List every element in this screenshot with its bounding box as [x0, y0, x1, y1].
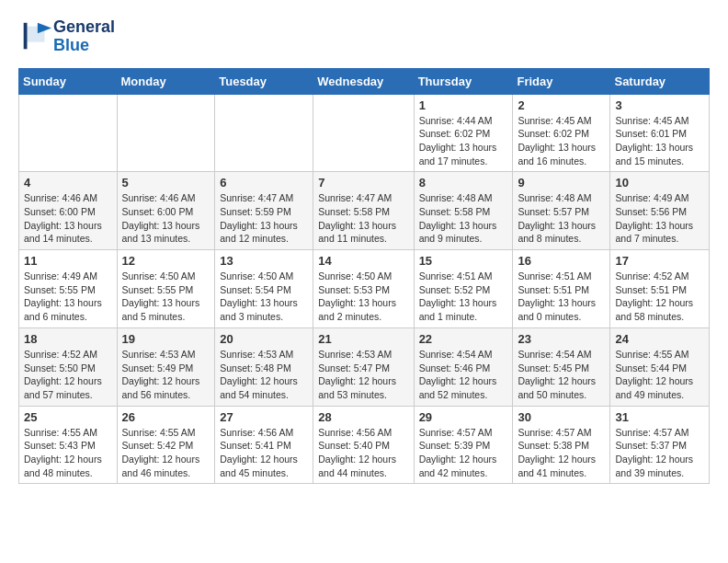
day-number: 27 — [220, 410, 308, 424]
weekday-header-saturday: Saturday — [610, 68, 710, 94]
day-info: Sunrise: 4:57 AMSunset: 5:38 PMDaylight:… — [518, 426, 605, 480]
calendar-page: General Blue SundayMondayTuesdayWednesda… — [0, 0, 728, 493]
day-number: 9 — [518, 176, 605, 190]
weekday-header-friday: Friday — [513, 68, 610, 94]
day-info: Sunrise: 4:50 AMSunset: 5:53 PMDaylight:… — [318, 270, 408, 324]
day-number: 6 — [220, 176, 308, 190]
week-row-1: 1Sunrise: 4:44 AMSunset: 6:02 PMDaylight… — [19, 94, 710, 172]
day-cell: 4Sunrise: 4:46 AMSunset: 6:00 PMDaylight… — [19, 172, 118, 250]
day-info: Sunrise: 4:57 AMSunset: 5:39 PMDaylight:… — [419, 426, 508, 480]
day-cell: 12Sunrise: 4:50 AMSunset: 5:55 PMDayligh… — [117, 250, 215, 328]
day-cell: 10Sunrise: 4:49 AMSunset: 5:56 PMDayligh… — [610, 172, 710, 250]
day-cell: 9Sunrise: 4:48 AMSunset: 5:57 PMDaylight… — [513, 172, 610, 250]
day-info: Sunrise: 4:47 AMSunset: 5:59 PMDaylight:… — [220, 191, 308, 246]
weekday-header-wednesday: Wednesday — [313, 68, 414, 94]
day-cell: 21Sunrise: 4:53 AMSunset: 5:47 PMDayligh… — [313, 327, 414, 406]
day-cell: 13Sunrise: 4:50 AMSunset: 5:54 PMDayligh… — [215, 250, 313, 328]
week-row-2: 4Sunrise: 4:46 AMSunset: 6:00 PMDaylight… — [19, 172, 710, 250]
day-cell: 6Sunrise: 4:47 AMSunset: 5:59 PMDaylight… — [215, 172, 313, 250]
weekday-header-row: SundayMondayTuesdayWednesdayThursdayFrid… — [19, 68, 710, 94]
day-info: Sunrise: 4:53 AMSunset: 5:49 PMDaylight:… — [122, 348, 210, 402]
day-cell: 3Sunrise: 4:45 AMSunset: 6:01 PMDaylight… — [610, 94, 710, 172]
day-cell: 30Sunrise: 4:57 AMSunset: 5:38 PMDayligh… — [513, 406, 610, 484]
day-number: 8 — [419, 176, 508, 190]
day-cell: 28Sunrise: 4:56 AMSunset: 5:40 PMDayligh… — [313, 406, 414, 484]
day-info: Sunrise: 4:48 AMSunset: 5:58 PMDaylight:… — [419, 191, 508, 246]
weekday-header-sunday: Sunday — [19, 68, 118, 94]
day-cell: 24Sunrise: 4:55 AMSunset: 5:44 PMDayligh… — [610, 327, 710, 406]
day-number: 3 — [615, 98, 704, 112]
day-cell: 22Sunrise: 4:54 AMSunset: 5:46 PMDayligh… — [414, 327, 513, 406]
day-cell: 11Sunrise: 4:49 AMSunset: 5:55 PMDayligh… — [19, 250, 118, 328]
week-row-5: 25Sunrise: 4:55 AMSunset: 5:43 PMDayligh… — [19, 406, 710, 484]
weekday-header-monday: Monday — [117, 68, 215, 94]
day-info: Sunrise: 4:49 AMSunset: 5:56 PMDaylight:… — [615, 191, 704, 246]
day-number: 30 — [518, 410, 605, 424]
day-info: Sunrise: 4:46 AMSunset: 6:00 PMDaylight:… — [24, 191, 112, 246]
day-number: 28 — [318, 410, 408, 424]
day-number: 20 — [220, 332, 308, 346]
week-row-4: 18Sunrise: 4:52 AMSunset: 5:50 PMDayligh… — [19, 327, 710, 406]
day-number: 15 — [419, 254, 508, 268]
day-number: 11 — [24, 254, 112, 268]
day-number: 29 — [419, 410, 508, 424]
day-number: 14 — [318, 254, 408, 268]
day-cell: 2Sunrise: 4:45 AMSunset: 6:02 PMDaylight… — [513, 94, 610, 172]
day-number: 10 — [615, 176, 704, 190]
day-number: 2 — [518, 98, 605, 112]
weekday-header-thursday: Thursday — [414, 68, 513, 94]
day-cell: 1Sunrise: 4:44 AMSunset: 6:02 PMDaylight… — [414, 94, 513, 172]
day-info: Sunrise: 4:51 AMSunset: 5:52 PMDaylight:… — [419, 270, 508, 324]
day-cell — [215, 94, 313, 172]
weekday-header-tuesday: Tuesday — [215, 68, 313, 94]
day-number: 12 — [122, 254, 210, 268]
day-number: 22 — [419, 332, 508, 346]
day-info: Sunrise: 4:57 AMSunset: 5:37 PMDaylight:… — [615, 426, 704, 480]
day-info: Sunrise: 4:54 AMSunset: 5:45 PMDaylight:… — [518, 348, 605, 402]
day-cell: 27Sunrise: 4:56 AMSunset: 5:41 PMDayligh… — [215, 406, 313, 484]
day-info: Sunrise: 4:47 AMSunset: 5:58 PMDaylight:… — [318, 191, 408, 246]
day-number: 26 — [122, 410, 210, 424]
day-info: Sunrise: 4:44 AMSunset: 6:02 PMDaylight:… — [419, 114, 508, 168]
day-info: Sunrise: 4:45 AMSunset: 6:02 PMDaylight:… — [518, 114, 605, 168]
day-info: Sunrise: 4:51 AMSunset: 5:51 PMDaylight:… — [518, 270, 605, 324]
day-cell: 18Sunrise: 4:52 AMSunset: 5:50 PMDayligh… — [19, 327, 118, 406]
header: General Blue — [18, 18, 710, 55]
day-number: 18 — [24, 332, 112, 346]
day-number: 16 — [518, 254, 605, 268]
day-info: Sunrise: 4:56 AMSunset: 5:41 PMDaylight:… — [220, 426, 308, 480]
day-info: Sunrise: 4:52 AMSunset: 5:50 PMDaylight:… — [24, 348, 112, 402]
day-cell: 17Sunrise: 4:52 AMSunset: 5:51 PMDayligh… — [610, 250, 710, 328]
day-info: Sunrise: 4:48 AMSunset: 5:57 PMDaylight:… — [518, 191, 605, 246]
day-cell: 8Sunrise: 4:48 AMSunset: 5:58 PMDaylight… — [414, 172, 513, 250]
day-number: 25 — [24, 410, 112, 424]
day-cell: 20Sunrise: 4:53 AMSunset: 5:48 PMDayligh… — [215, 327, 313, 406]
day-number: 5 — [122, 176, 210, 190]
week-row-3: 11Sunrise: 4:49 AMSunset: 5:55 PMDayligh… — [19, 250, 710, 328]
day-info: Sunrise: 4:54 AMSunset: 5:46 PMDaylight:… — [419, 348, 508, 402]
logo: General Blue — [18, 18, 115, 55]
day-info: Sunrise: 4:49 AMSunset: 5:55 PMDaylight:… — [24, 270, 112, 324]
day-cell: 31Sunrise: 4:57 AMSunset: 5:37 PMDayligh… — [610, 406, 710, 484]
day-number: 1 — [419, 98, 508, 112]
day-cell — [117, 94, 215, 172]
day-cell: 14Sunrise: 4:50 AMSunset: 5:53 PMDayligh… — [313, 250, 414, 328]
day-info: Sunrise: 4:50 AMSunset: 5:54 PMDaylight:… — [220, 270, 308, 324]
day-info: Sunrise: 4:52 AMSunset: 5:51 PMDaylight:… — [615, 270, 704, 324]
day-cell — [19, 94, 118, 172]
day-number: 21 — [318, 332, 408, 346]
svg-rect-3 — [24, 23, 28, 50]
day-number: 24 — [615, 332, 704, 346]
day-cell: 26Sunrise: 4:55 AMSunset: 5:42 PMDayligh… — [117, 406, 215, 484]
day-number: 31 — [615, 410, 704, 424]
day-number: 13 — [220, 254, 308, 268]
day-cell: 15Sunrise: 4:51 AMSunset: 5:52 PMDayligh… — [414, 250, 513, 328]
day-number: 4 — [24, 176, 112, 190]
day-cell: 29Sunrise: 4:57 AMSunset: 5:39 PMDayligh… — [414, 406, 513, 484]
day-number: 19 — [122, 332, 210, 346]
day-cell: 16Sunrise: 4:51 AMSunset: 5:51 PMDayligh… — [513, 250, 610, 328]
day-info: Sunrise: 4:46 AMSunset: 6:00 PMDaylight:… — [122, 191, 210, 246]
day-cell: 23Sunrise: 4:54 AMSunset: 5:45 PMDayligh… — [513, 327, 610, 406]
day-number: 7 — [318, 176, 408, 190]
logo-text: General Blue — [53, 18, 115, 55]
